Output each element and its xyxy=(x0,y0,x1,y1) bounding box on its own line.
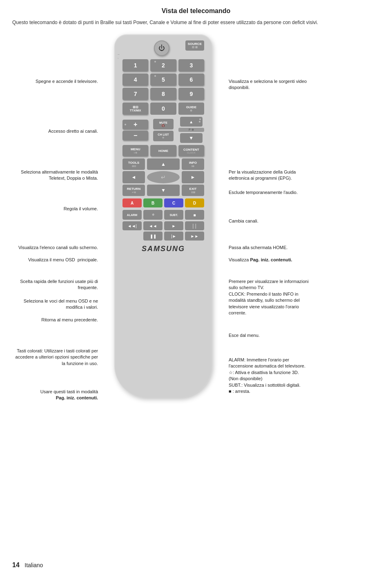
btn-0[interactable]: 0 xyxy=(150,102,176,115)
source-button[interactable]: SOURCE ⊟ ⊞ xyxy=(185,40,204,51)
info-button[interactable]: INFO ℹ⊕ xyxy=(182,158,204,170)
menu-button[interactable]: MENU ≡⊕ xyxy=(122,145,148,156)
annot-visualizza-elenco: Visualizza l'elenco canali sullo schermo… xyxy=(10,245,98,251)
media-fast-fwd-button[interactable]: ││ xyxy=(185,221,204,230)
btn-3[interactable]: 3 xyxy=(178,59,204,71)
subt-button[interactable]: SUBT. xyxy=(164,210,183,220)
channel-up-button[interactable]: ▲ xyxy=(180,117,203,127)
guide-button[interactable]: GUIDE ⊕ xyxy=(178,102,204,115)
annot-spegne: Spegne e accende il televisore. xyxy=(10,78,98,85)
channel-control: ▲ P ⊕ ▼ xyxy=(178,117,204,143)
language-label: Italiano xyxy=(24,562,43,568)
return-button[interactable]: RETURN ↩⊕ xyxy=(122,185,145,196)
annot-visualizza-menu: Visualizza il menu OSD principale. xyxy=(10,257,98,263)
btn-2[interactable]: 2 xyxy=(150,59,176,71)
annot-guida: Per la visualizzazione della Guidaelettr… xyxy=(229,169,316,182)
color-a-button[interactable]: A xyxy=(122,198,142,207)
annot-esclude: Esclude temporaneamente l'audio. xyxy=(229,189,316,196)
color-c-button[interactable]: C xyxy=(164,198,183,207)
annot-visualizza-sorgenti: Visualizza e seleziona le sorgenti video… xyxy=(229,78,316,91)
annot-esce: Esce dal menu. xyxy=(229,332,316,339)
media-next-button[interactable]: ►► xyxy=(185,232,204,241)
nav-up-button[interactable]: ▲ xyxy=(147,158,180,170)
annot-ritorna: Ritorna al menu precedente. xyxy=(10,317,98,323)
media-play-button[interactable]: ► xyxy=(164,221,183,230)
annot-alarm-info: ALARM: Immettere l'orario perl'accension… xyxy=(229,357,323,394)
volume-down-button[interactable]: − xyxy=(122,131,148,140)
btn-4[interactable]: 4 xyxy=(122,74,148,86)
annot-premere: Premere per visualizzare le informazioni… xyxy=(229,278,323,316)
annot-accesso: Accesso diretto ai canali. xyxy=(10,128,98,134)
media-pause-button[interactable]: ❚❚ xyxy=(143,232,163,241)
intro-text: Questo telecomando è dotato di punti in … xyxy=(0,19,392,30)
3d-button[interactable]: ☆ xyxy=(143,210,163,220)
remote-control: ·· · SOURCE ⊟ ⊞ 1 2 3 4 5 6 xyxy=(114,34,212,398)
power-button[interactable] xyxy=(154,40,169,56)
media-skip-prev-button[interactable]: ◄◄| xyxy=(122,221,142,230)
samsung-logo: SAMSUNG xyxy=(120,245,206,253)
annot-scelta: Scelta rapida delle funzioni usate più d… xyxy=(10,278,98,291)
exit-button[interactable]: EXIT ⊟⊠ xyxy=(182,185,204,196)
annot-visualizza-pag: Visualizza Pag. iniz. contenuti. xyxy=(229,257,316,263)
annot-cambia: Cambia canali. xyxy=(229,218,316,224)
btn-5[interactable]: 5 xyxy=(150,74,176,86)
braille-indicator: ·· · xyxy=(118,53,119,60)
channel-down-button[interactable]: ▼ xyxy=(180,133,203,143)
ch-list-button[interactable]: CH LIST ⊕ xyxy=(153,131,174,141)
volume-up-button[interactable]: + xyxy=(122,120,148,129)
annot-usare: Usare questi tasti in modalitàPag. iniz.… xyxy=(10,389,98,401)
numpad: 1 2 3 4 5 6 7 8 9 xyxy=(120,59,206,100)
home-button[interactable]: HOME xyxy=(150,145,176,156)
nav-center-button[interactable]: ↵ xyxy=(147,171,180,183)
annot-regola: Regola il volume. xyxy=(10,206,98,212)
page-title: Vista del telecomando xyxy=(0,0,392,19)
annot-seleziona-voci: Seleziona le voci del menu OSD e nemodif… xyxy=(10,298,98,311)
content-button[interactable]: CONTENT CLOCK xyxy=(178,145,204,156)
btn-7[interactable]: 7 xyxy=(122,88,148,100)
btn-1[interactable]: 1 xyxy=(122,59,148,71)
nav-down-button[interactable]: ▼ xyxy=(147,185,180,196)
stop-button[interactable]: ■ xyxy=(185,210,204,220)
btn-9[interactable]: 9 xyxy=(178,88,204,100)
ttx-button[interactable]: ⊞⊟ TTX/MIX xyxy=(122,102,148,115)
btn-8[interactable]: 8 xyxy=(150,88,176,100)
page-number: 14 xyxy=(12,561,20,568)
mute-button[interactable]: MUTE 🔇 xyxy=(153,119,174,129)
tools-button[interactable]: TOOLS ⊞⊟ xyxy=(122,158,145,170)
nav-right-button[interactable]: ► xyxy=(182,171,204,183)
annot-seleziona: Seleziona alternativamente le modalitàTe… xyxy=(10,169,98,182)
media-rewind-button[interactable]: ◄◄ xyxy=(143,221,163,230)
annot-tasti-colorati: Tasti colorati: Utilizzare i tasti color… xyxy=(10,348,98,367)
alarm-button[interactable]: ALARM xyxy=(122,210,142,220)
color-b-button[interactable]: B xyxy=(143,198,163,207)
btn-6[interactable]: 6 xyxy=(178,74,204,86)
nav-left-button[interactable]: ◄ xyxy=(122,171,145,183)
mute-area: MUTE 🔇 CH LIST ⊕ xyxy=(150,119,176,141)
volume-control: + − xyxy=(122,120,148,140)
color-d-button[interactable]: D xyxy=(185,198,204,207)
media-skip-next-button[interactable]: |► xyxy=(164,232,183,241)
annot-passa-home: Passa alla schermata HOME. xyxy=(229,245,316,251)
